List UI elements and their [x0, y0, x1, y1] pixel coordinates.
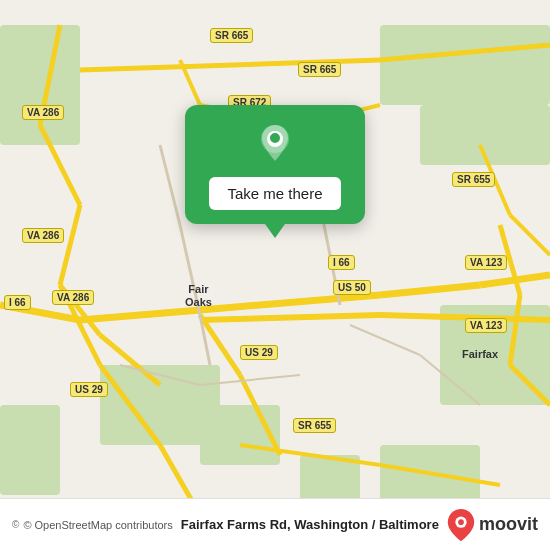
va286-label2: VA 286: [22, 228, 64, 243]
sr665-label-top: SR 665: [210, 28, 253, 43]
map-roads: [0, 0, 550, 550]
svg-rect-1: [380, 25, 550, 105]
svg-point-49: [269, 132, 281, 144]
take-me-there-button[interactable]: Take me there: [209, 177, 340, 210]
us29-label1: US 29: [240, 345, 278, 360]
us29-label2: US 29: [70, 382, 108, 397]
us50-label: US 50: [333, 280, 371, 295]
i66-mid-label: I 66: [328, 255, 355, 270]
va286-label3: VA 286: [52, 290, 94, 305]
svg-line-23: [200, 295, 380, 310]
svg-line-38: [160, 145, 180, 225]
bottom-bar: © © OpenStreetMap contributors Fairfax F…: [0, 498, 550, 550]
svg-line-20: [510, 215, 550, 255]
va123-label1: VA 123: [465, 255, 507, 270]
sr655-label-bot: SR 655: [293, 418, 336, 433]
svg-line-11: [60, 205, 80, 285]
location-pin-icon: [253, 121, 297, 165]
copyright-icon: ©: [12, 519, 19, 530]
svg-line-22: [80, 310, 200, 320]
svg-point-51: [458, 519, 464, 525]
va286-label1: VA 286: [22, 105, 64, 120]
location-title: Fairfax Farms Rd, Washington / Baltimore: [173, 517, 447, 532]
moovit-logo: moovit: [447, 509, 538, 541]
sr655-label-right: SR 655: [452, 172, 495, 187]
osm-text: © OpenStreetMap contributors: [23, 519, 172, 531]
fairfax-label: Fairfax: [462, 348, 498, 360]
i66-left-label: I 66: [4, 295, 31, 310]
sr665-label-mid: SR 665: [298, 62, 341, 77]
va123-label2: VA 123: [465, 318, 507, 333]
moovit-text: moovit: [479, 514, 538, 535]
svg-line-24: [380, 285, 480, 295]
svg-line-29: [200, 315, 380, 320]
attribution: © © OpenStreetMap contributors: [12, 519, 173, 531]
map-container: SR 665 SR 665 SR 672 VA 286 SR 655 VA 28…: [0, 0, 550, 550]
svg-line-45: [350, 325, 420, 355]
svg-rect-5: [0, 405, 60, 495]
location-popup: Take me there: [185, 105, 365, 224]
moovit-pin-icon: [447, 509, 475, 541]
fair-oaks-label: FairOaks: [185, 283, 212, 309]
